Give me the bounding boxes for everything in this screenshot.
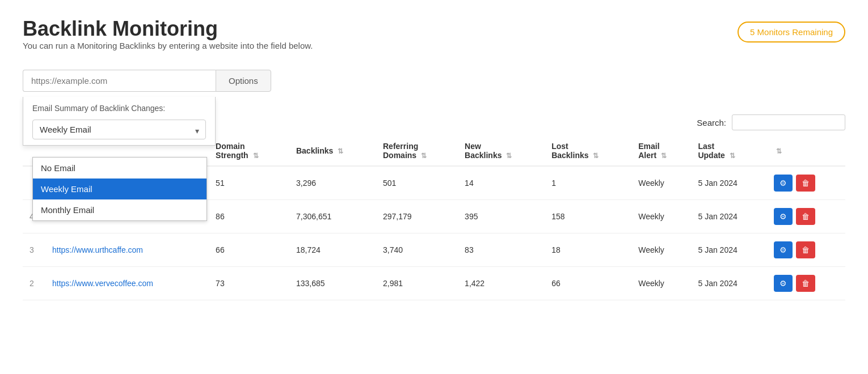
cell-backlinks: 133,685 — [289, 267, 376, 300]
cell-actions: ⚙🗑 — [767, 200, 845, 233]
cell-last-update: 5 Jan 2024 — [691, 233, 766, 267]
sort-icon-new-backlinks: ⇅ — [506, 152, 512, 160]
cell-referring-domains: 501 — [376, 166, 458, 200]
url-input[interactable] — [23, 70, 216, 92]
cell-email-alert: Weekly — [631, 233, 691, 267]
cell-url[interactable]: https://www.urthcaffe.com — [45, 233, 209, 267]
cell-backlinks: 3,296 — [289, 166, 376, 200]
col-actions: ⇅ — [767, 136, 845, 166]
sort-icon-referring-domains: ⇅ — [421, 152, 427, 160]
cell-referring-domains: 297,179 — [376, 200, 458, 233]
cell-rank: 3 — [23, 233, 45, 267]
monitors-remaining-badge: 5 Monitors Remaining — [738, 22, 845, 42]
cell-lost-backlinks: 66 — [545, 267, 631, 300]
col-lost-backlinks[interactable]: LostBacklinks ⇅ — [545, 136, 631, 166]
url-input-area: Options — [23, 70, 335, 92]
url-link[interactable]: https://www.vervecoffee.com — [52, 279, 153, 288]
dropdown-option-monthly-email[interactable]: Monthly Email — [33, 199, 207, 220]
email-dropdown-label: Email Summary of Backlink Changes: — [23, 97, 215, 116]
page-subtitle: You can run a Monitoring Backlinks by en… — [23, 41, 313, 50]
delete-button[interactable]: 🗑 — [796, 241, 815, 258]
cell-domain-strength: 66 — [209, 233, 289, 267]
cell-referring-domains: 3,740 — [376, 233, 458, 267]
email-dropdown-list: No Email Weekly Email Monthly Email — [32, 157, 207, 221]
cell-actions: ⚙🗑 — [767, 166, 845, 200]
cell-domain-strength: 73 — [209, 267, 289, 300]
cell-url[interactable]: https://www.vervecoffee.com — [45, 267, 209, 300]
sort-icon-email-alert: ⇅ — [661, 152, 667, 160]
settings-button[interactable]: ⚙ — [774, 241, 793, 258]
delete-button[interactable]: 🗑 — [796, 175, 815, 192]
sort-icon-lost-backlinks: ⇅ — [593, 152, 599, 160]
cell-actions: ⚙🗑 — [767, 267, 845, 300]
cell-email-alert: Weekly — [631, 267, 691, 300]
cell-actions: ⚙🗑 — [767, 233, 845, 267]
cell-backlinks: 18,724 — [289, 233, 376, 267]
cell-referring-domains: 2,981 — [376, 267, 458, 300]
col-referring-domains[interactable]: ReferringDomains ⇅ — [376, 136, 458, 166]
dropdown-option-weekly-email[interactable]: Weekly Email — [33, 178, 207, 199]
table-row: 3https://www.urthcaffe.com6618,7243,7408… — [23, 233, 845, 267]
email-options-panel: Email Summary of Backlink Changes: Weekl… — [23, 97, 216, 146]
cell-lost-backlinks: 158 — [545, 200, 631, 233]
cell-last-update: 5 Jan 2024 — [691, 166, 766, 200]
cell-new-backlinks: 395 — [458, 200, 545, 233]
col-email-alert[interactable]: EmailAlert ⇅ — [631, 136, 691, 166]
cell-rank: 2 — [23, 267, 45, 300]
cell-domain-strength: 86 — [209, 200, 289, 233]
options-tab-button[interactable]: Options — [216, 70, 271, 92]
col-last-update[interactable]: LastUpdate ⇅ — [691, 136, 766, 166]
col-domain-strength[interactable]: DomainStrength ⇅ — [209, 136, 289, 166]
url-link[interactable]: https://www.urthcaffe.com — [52, 245, 143, 254]
settings-button[interactable]: ⚙ — [774, 208, 793, 225]
delete-button[interactable]: 🗑 — [796, 275, 815, 292]
dropdown-option-no-email[interactable]: No Email — [33, 158, 207, 178]
cell-new-backlinks: 83 — [458, 233, 545, 267]
page-title: Backlink Monitoring — [23, 17, 313, 41]
sort-icon-backlinks: ⇅ — [338, 147, 343, 155]
cell-new-backlinks: 14 — [458, 166, 545, 200]
cell-last-update: 5 Jan 2024 — [691, 200, 766, 233]
cell-domain-strength: 51 — [209, 166, 289, 200]
cell-lost-backlinks: 1 — [545, 166, 631, 200]
col-new-backlinks[interactable]: NewBacklinks ⇅ — [458, 136, 545, 166]
search-label: Search: — [697, 118, 726, 128]
cell-backlinks: 7,306,651 — [289, 200, 376, 233]
settings-button[interactable]: ⚙ — [774, 275, 793, 292]
cell-new-backlinks: 1,422 — [458, 267, 545, 300]
cell-email-alert: Weekly — [631, 166, 691, 200]
delete-button[interactable]: 🗑 — [796, 208, 815, 225]
table-row: 2https://www.vervecoffee.com73133,6852,9… — [23, 267, 845, 300]
sort-icon-actions: ⇅ — [776, 147, 782, 155]
email-frequency-select[interactable]: Weekly Email No Email Monthly Email — [32, 120, 206, 139]
sort-icon-last-update: ⇅ — [730, 152, 735, 160]
cell-lost-backlinks: 18 — [545, 233, 631, 267]
search-input[interactable] — [732, 114, 845, 130]
sort-icon-domain-strength: ⇅ — [253, 152, 259, 160]
cell-email-alert: Weekly — [631, 200, 691, 233]
col-backlinks[interactable]: Backlinks ⇅ — [289, 136, 376, 166]
settings-button[interactable]: ⚙ — [774, 175, 793, 192]
cell-last-update: 5 Jan 2024 — [691, 267, 766, 300]
